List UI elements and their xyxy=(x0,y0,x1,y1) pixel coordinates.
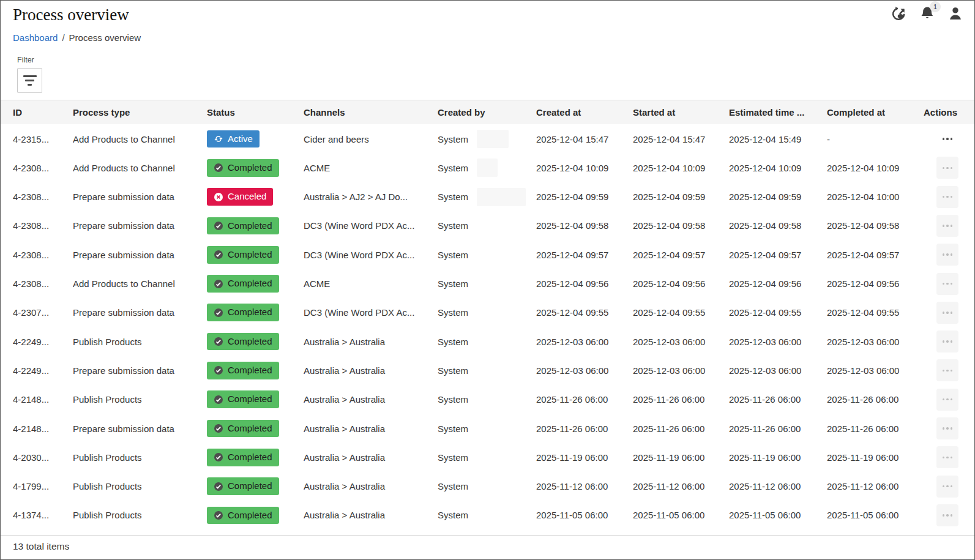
row-actions-button[interactable] xyxy=(936,157,958,179)
cell-created-by: System xyxy=(438,307,536,318)
cell-estimated-time: 2025-11-26 06:00 xyxy=(729,394,827,405)
filter-button[interactable] xyxy=(17,68,42,93)
cell-completed-at: - xyxy=(827,134,924,144)
table-row: 4-2308... Prepare submission data Cancel… xyxy=(1,182,974,211)
row-actions-button[interactable] xyxy=(936,302,958,324)
table-row: 4-2308... Add Products to Channel Comple… xyxy=(1,154,974,182)
cell-channels: Australia > Australia xyxy=(304,337,438,347)
cell-id: 4-2148... xyxy=(13,424,73,434)
cell-created-by: System xyxy=(438,510,536,520)
cell-created-by: System xyxy=(438,365,536,376)
cell-actions xyxy=(924,186,962,208)
cell-channels: Cider and beers xyxy=(304,134,438,144)
cell-created-at: 2025-12-04 09:58 xyxy=(536,220,633,231)
row-actions-button[interactable] xyxy=(936,273,958,295)
cell-process-type: Publish Products xyxy=(73,452,207,463)
cell-channels: ACME xyxy=(304,163,438,173)
x-circle-icon xyxy=(214,192,223,202)
breadcrumb-dashboard-link[interactable]: Dashboard xyxy=(13,32,58,43)
table-body: 4-2315... Add Products to Channel Active… xyxy=(1,124,974,529)
cell-channels: Australia > Australia xyxy=(304,452,438,463)
check-circle-icon xyxy=(214,452,223,462)
row-actions-button[interactable] xyxy=(936,504,958,526)
cell-created-at: 2025-12-04 15:47 xyxy=(536,134,633,144)
status-badge: Active xyxy=(207,130,260,148)
cell-channels: Australia > Australia xyxy=(304,510,438,520)
cell-created-at: 2025-11-26 06:00 xyxy=(536,394,633,405)
cell-channels: Australia > Australia xyxy=(304,365,438,376)
cell-started-at: 2025-11-26 06:00 xyxy=(633,394,729,405)
cell-process-type: Prepare submission data xyxy=(73,424,207,434)
cell-channels: DC3 (Wine Word PDX Ac... xyxy=(304,220,438,231)
cell-created-at: 2025-11-12 06:00 xyxy=(536,481,633,491)
cell-id: 4-2308... xyxy=(13,163,73,173)
cell-estimated-time: 2025-11-26 06:00 xyxy=(729,424,827,434)
cell-process-type: Publish Products xyxy=(73,394,207,405)
breadcrumb-separator: / xyxy=(62,32,64,43)
cell-created-at: 2025-12-04 09:55 xyxy=(536,307,633,318)
table-row: 4-1374... Publish Products Completed Aus… xyxy=(1,501,974,529)
loading-placeholder xyxy=(477,159,498,177)
row-actions-button[interactable] xyxy=(936,330,958,353)
cell-started-at: 2025-12-04 09:58 xyxy=(633,220,729,231)
cell-estimated-time: 2025-12-04 09:59 xyxy=(729,192,827,202)
sync-icon xyxy=(214,134,223,144)
check-circle-icon xyxy=(214,163,223,173)
cell-created-at: 2025-12-03 06:00 xyxy=(536,365,633,376)
cell-started-at: 2025-12-03 06:00 xyxy=(633,365,729,376)
table-row: 4-2308... Prepare submission data Comple… xyxy=(1,241,974,269)
cell-started-at: 2025-12-03 06:00 xyxy=(633,337,729,347)
breadcrumb-current: Process overview xyxy=(69,32,141,43)
cell-created-at: 2025-12-04 09:59 xyxy=(536,192,633,202)
user-avatar-icon[interactable] xyxy=(947,6,963,21)
row-actions-button[interactable] xyxy=(936,215,958,237)
cell-id: 4-1374... xyxy=(13,510,73,520)
status-badge: Completed xyxy=(207,362,279,379)
cell-actions xyxy=(924,389,962,411)
cell-started-at: 2025-12-04 09:57 xyxy=(633,250,729,260)
row-actions-button[interactable] xyxy=(936,417,958,439)
cell-created-by: System xyxy=(438,250,536,260)
process-sync-icon[interactable] xyxy=(891,6,907,22)
cell-completed-at: 2025-12-04 09:56 xyxy=(827,278,924,289)
row-actions-button[interactable] xyxy=(936,476,958,498)
total-items-label: 13 total items xyxy=(13,541,69,551)
loading-placeholder xyxy=(477,130,509,148)
cell-started-at: 2025-11-12 06:00 xyxy=(633,481,729,491)
status-badge: Completed xyxy=(207,217,279,235)
cell-id: 4-2308... xyxy=(13,278,73,289)
cell-process-type: Prepare submission data xyxy=(73,365,207,376)
cell-channels: ACME xyxy=(304,278,438,289)
column-header-started-at: Started at xyxy=(633,107,729,118)
row-actions-button[interactable] xyxy=(936,446,958,468)
row-actions-button[interactable] xyxy=(936,186,958,208)
status-badge: Completed xyxy=(207,159,279,177)
row-actions-button[interactable] xyxy=(936,244,958,266)
cell-created-by: System xyxy=(438,452,536,463)
status-badge: Completed xyxy=(207,477,279,495)
process-overview-page: Process overview 1 xyxy=(0,0,975,560)
notifications-bell-icon[interactable]: 1 xyxy=(919,6,935,21)
cell-status: Completed xyxy=(207,159,304,177)
cell-actions xyxy=(924,157,962,179)
cell-created-by: System xyxy=(438,159,536,177)
cell-process-type: Add Products to Channel xyxy=(73,278,207,289)
row-actions-button[interactable] xyxy=(936,128,958,150)
cell-completed-at: 2025-11-26 06:00 xyxy=(827,394,924,405)
cell-estimated-time: 2025-12-04 09:56 xyxy=(729,278,827,289)
cell-actions xyxy=(924,359,962,381)
cell-channels: Australia > Australia xyxy=(304,424,438,434)
row-actions-button[interactable] xyxy=(936,389,958,411)
check-circle-icon xyxy=(214,279,223,289)
cell-channels: DC3 (Wine Word PDX Ac... xyxy=(304,250,438,260)
cell-status: Completed xyxy=(207,477,304,495)
cell-actions xyxy=(924,330,962,353)
check-circle-icon xyxy=(214,308,223,318)
row-actions-button[interactable] xyxy=(936,359,958,381)
cell-status: Completed xyxy=(207,362,304,379)
cell-channels: Australia > AJ2 > AJ Do... xyxy=(304,192,438,202)
status-badge: Completed xyxy=(207,507,279,525)
cell-estimated-time: 2025-12-04 10:09 xyxy=(729,163,827,173)
cell-id: 4-2315... xyxy=(13,134,73,144)
cell-actions xyxy=(924,244,962,266)
